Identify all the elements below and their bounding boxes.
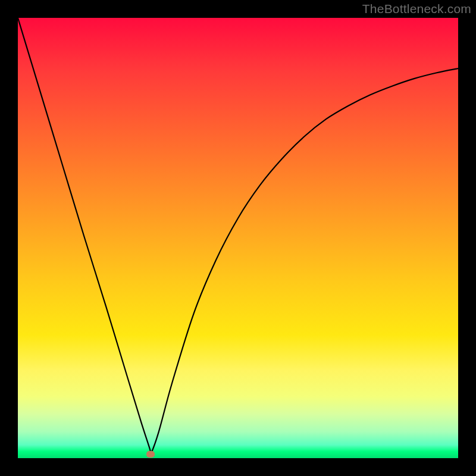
curve-svg [18,18,458,458]
watermark-text: TheBottleneck.com [362,2,471,16]
minimum-marker [146,451,155,458]
bottleneck-curve [18,18,458,455]
plot-area [18,18,458,458]
chart-frame: TheBottleneck.com [0,0,476,476]
